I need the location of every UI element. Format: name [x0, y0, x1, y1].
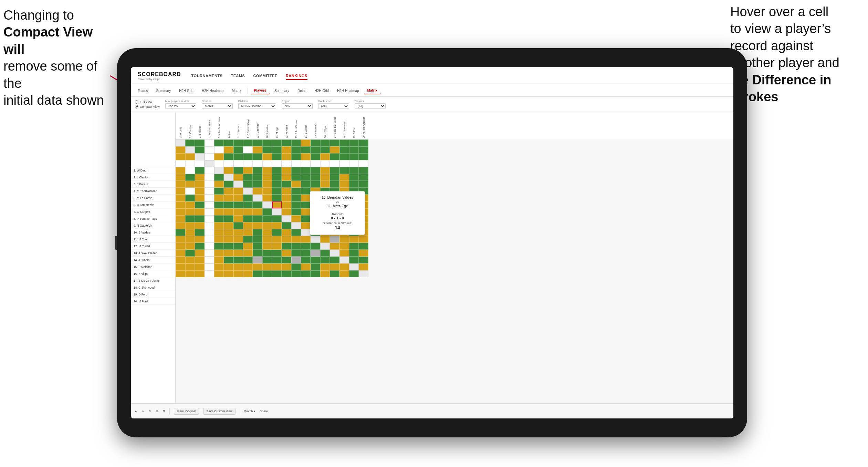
- cell-16-15[interactable]: [311, 243, 320, 250]
- cell-2-16[interactable]: [320, 146, 330, 153]
- cell-19-6[interactable]: [224, 263, 233, 270]
- cell-14-5[interactable]: [214, 229, 224, 236]
- cell-1-11[interactable]: [272, 139, 282, 146]
- cell-7-5[interactable]: [214, 181, 224, 188]
- cell-6-5[interactable]: [214, 174, 224, 181]
- cell-10-5[interactable]: [214, 201, 224, 208]
- cell-6-9[interactable]: [253, 174, 262, 181]
- cell-10-7[interactable]: [233, 201, 243, 208]
- cell-1-8[interactable]: [243, 139, 253, 146]
- cell-1-20[interactable]: [359, 139, 368, 146]
- cell-7-11[interactable]: [272, 181, 282, 188]
- nav-rankings[interactable]: RANKINGS: [286, 72, 307, 80]
- cell-3-4[interactable]: [205, 153, 214, 160]
- cell-3-17[interactable]: [330, 153, 339, 160]
- cell-16-10[interactable]: [262, 243, 272, 250]
- cell-14-12[interactable]: [282, 229, 291, 236]
- cell-14-11[interactable]: [272, 229, 282, 236]
- cell-20-16[interactable]: [320, 270, 330, 277]
- cell-2-12[interactable]: [282, 146, 291, 153]
- cell-13-11[interactable]: [272, 222, 282, 229]
- cell-8-8[interactable]: [243, 188, 253, 195]
- sub-nav-matrix1[interactable]: Matrix: [228, 87, 244, 94]
- cell-18-8[interactable]: [243, 257, 253, 263]
- cell-14-6[interactable]: [224, 229, 233, 236]
- players-select[interactable]: (All): [355, 103, 386, 109]
- cell-1-19[interactable]: [349, 139, 359, 146]
- cell-6-10[interactable]: [262, 174, 272, 181]
- cell-16-14[interactable]: [301, 243, 311, 250]
- cell-14-4[interactable]: [205, 229, 214, 236]
- cell-13-4[interactable]: [205, 222, 214, 229]
- conference-select[interactable]: (All): [318, 103, 349, 109]
- cell-8-5[interactable]: [214, 188, 224, 195]
- cell-13-12[interactable]: [282, 222, 291, 229]
- cell-6-18[interactable]: [339, 174, 349, 181]
- cell-3-7[interactable]: [233, 153, 243, 160]
- cell-9-5[interactable]: [214, 195, 224, 201]
- cell-18-15[interactable]: [311, 257, 320, 263]
- cell-12-9[interactable]: [253, 215, 262, 222]
- cell-9-6[interactable]: [224, 195, 233, 201]
- cell-3-3[interactable]: [195, 153, 205, 160]
- cell-10-12[interactable]: [282, 201, 291, 208]
- cell-6-16[interactable]: [320, 174, 330, 181]
- cell-20-9[interactable]: [253, 270, 262, 277]
- cell-16-9[interactable]: [253, 243, 262, 250]
- cell-13-7[interactable]: [233, 222, 243, 229]
- cell-2-11[interactable]: [272, 146, 282, 153]
- cell-9-2[interactable]: [185, 195, 195, 201]
- cell-2-7[interactable]: [233, 146, 243, 153]
- cell-8-10[interactable]: [262, 188, 272, 195]
- cell-19-4[interactable]: [205, 263, 214, 270]
- cell-20-18[interactable]: [339, 270, 349, 277]
- cell-2-17[interactable]: [330, 146, 339, 153]
- division-select[interactable]: NCAA Division I: [238, 103, 276, 109]
- cell-5-1[interactable]: [176, 167, 185, 174]
- cell-16-19[interactable]: [349, 243, 359, 250]
- sub-nav-h2h-heatmap2[interactable]: H2H Heatmap: [334, 87, 362, 94]
- cell-3-18[interactable]: [339, 153, 349, 160]
- cell-15-20[interactable]: [359, 236, 368, 243]
- cell-12-14[interactable]: [301, 215, 311, 222]
- cell-15-2[interactable]: [185, 236, 195, 243]
- cell-1-4[interactable]: [205, 139, 214, 146]
- cell-19-17[interactable]: [330, 263, 339, 270]
- cell-4-2[interactable]: [185, 160, 195, 167]
- cell-2-15[interactable]: [311, 146, 320, 153]
- cell-7-20[interactable]: [359, 181, 368, 188]
- cell-18-13[interactable]: [291, 257, 301, 263]
- cell-4-9[interactable]: [253, 160, 262, 167]
- cell-2-18[interactable]: [339, 146, 349, 153]
- cell-12-10[interactable]: [262, 215, 272, 222]
- cell-13-10[interactable]: [262, 222, 272, 229]
- cell-14-13[interactable]: [291, 229, 301, 236]
- cell-17-14[interactable]: [301, 250, 311, 257]
- cell-18-18[interactable]: [339, 257, 349, 263]
- cell-4-12[interactable]: [282, 160, 291, 167]
- cell-18-4[interactable]: [205, 257, 214, 263]
- cell-20-15[interactable]: [311, 270, 320, 277]
- cell-10-2[interactable]: [185, 201, 195, 208]
- cell-1-14[interactable]: [301, 139, 311, 146]
- cell-4-11[interactable]: [272, 160, 282, 167]
- cell-2-1[interactable]: [176, 146, 185, 153]
- cell-11-11[interactable]: [272, 208, 282, 215]
- cell-14-14[interactable]: [301, 229, 311, 236]
- cell-1-9[interactable]: [253, 139, 262, 146]
- view-original-button[interactable]: View: Original: [174, 408, 199, 415]
- cell-12-1[interactable]: [176, 215, 185, 222]
- cell-9-8[interactable]: [243, 195, 253, 201]
- cell-3-10[interactable]: [262, 153, 272, 160]
- undo-button[interactable]: ↩: [135, 409, 138, 413]
- cell-6-3[interactable]: [195, 174, 205, 181]
- cell-17-11[interactable]: [272, 250, 282, 257]
- cell-19-1[interactable]: [176, 263, 185, 270]
- cell-3-1[interactable]: [176, 153, 185, 160]
- cell-1-2[interactable]: [185, 139, 195, 146]
- max-players-select[interactable]: Top 25: [165, 103, 196, 109]
- cell-6-4[interactable]: [205, 174, 214, 181]
- cell-10-3[interactable]: [195, 201, 205, 208]
- cell-5-17[interactable]: [330, 167, 339, 174]
- cell-19-16[interactable]: [320, 263, 330, 270]
